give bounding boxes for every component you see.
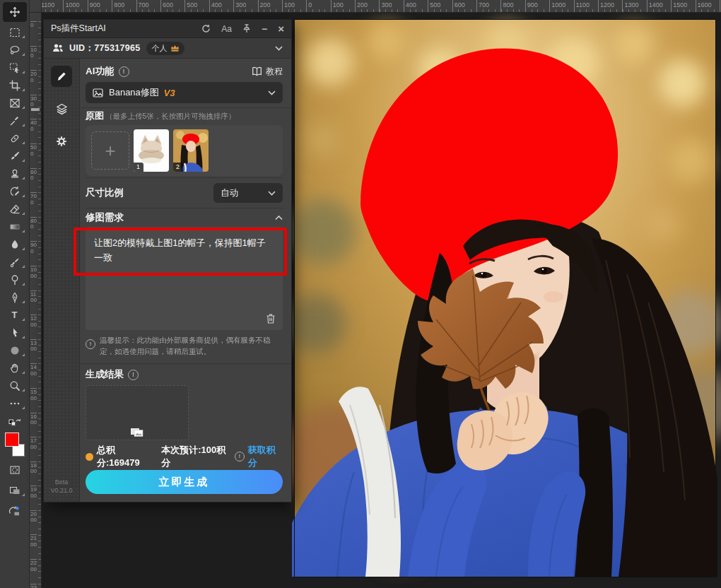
type-tool[interactable]: T xyxy=(0,306,30,324)
chevron-up-icon[interactable] xyxy=(275,216,283,220)
object-selection-tool[interactable] xyxy=(0,59,30,76)
ruler-label: 900 xyxy=(88,0,112,12)
ruler-label: 1600 xyxy=(30,413,37,437)
mixer-brush-tool[interactable] xyxy=(0,253,30,271)
font-size-icon[interactable]: Aa xyxy=(221,25,232,33)
move-tool[interactable] xyxy=(3,2,27,22)
ruler-label: 0 xyxy=(306,0,330,12)
foreground-color-swatch[interactable] xyxy=(5,433,19,447)
magnifier-icon xyxy=(9,380,20,392)
ruler-label: 1600 xyxy=(696,0,720,12)
nav-layers-tab[interactable] xyxy=(51,98,72,119)
get-points-link[interactable]: 获取积分 xyxy=(248,444,283,469)
pin-icon[interactable] xyxy=(242,24,251,33)
ruler-label: 600 xyxy=(452,0,476,12)
book-icon xyxy=(252,66,262,76)
uid-value: UID：775317965 xyxy=(69,42,141,54)
nav-settings-tab[interactable] xyxy=(51,131,72,152)
ruler-label: 300 xyxy=(233,0,257,12)
dodge-tool[interactable] xyxy=(0,271,30,288)
ruler-horizontal[interactable]: 1100100090080070060050040030020010001002… xyxy=(30,0,721,13)
spot-healing-tool[interactable] xyxy=(0,129,30,147)
ruler-label: 1400 xyxy=(30,363,37,388)
path-selection-tool[interactable] xyxy=(0,324,30,341)
ruler-label: 1400 xyxy=(647,0,671,12)
quick-mask-button[interactable] xyxy=(0,461,30,478)
nav-edit-tab[interactable] xyxy=(51,66,72,87)
screen-mode-button[interactable] xyxy=(0,481,30,499)
minimize-icon[interactable]: − xyxy=(262,24,267,34)
crown-icon xyxy=(170,45,179,52)
aspect-ratio-row: 尺寸比例 自动 xyxy=(86,177,283,208)
ruler-label: 500 xyxy=(30,143,37,168)
upload-area: + 1 xyxy=(86,125,283,176)
user-account-row[interactable]: UID：775317965 个人 xyxy=(44,38,291,59)
points-info-icon[interactable]: ! xyxy=(235,452,245,461)
more-tools-button[interactable] xyxy=(0,394,30,412)
refresh-icon[interactable] xyxy=(201,24,211,33)
result-info-icon[interactable]: ! xyxy=(128,370,139,380)
service-notice: ! 温馨提示：此功能由外部服务商提供，偶有服务不稳定，如遇使用问题，请稍后重试。 xyxy=(86,333,283,362)
ellipse-shape-tool[interactable] xyxy=(0,341,30,359)
plugin-title: Ps插件StartAI xyxy=(51,23,106,35)
ruler-label: 900 xyxy=(30,241,37,266)
foreground-background-swatches[interactable] xyxy=(4,433,25,457)
plugin-titlebar[interactable]: Ps插件StartAI Aa − × xyxy=(44,20,291,38)
ai-functions-title: AI功能 xyxy=(86,65,115,78)
chevron-down-icon[interactable] xyxy=(275,46,283,51)
swap-colors-control[interactable] xyxy=(0,412,30,430)
tutorial-button[interactable]: 教程 xyxy=(252,66,283,78)
add-image-button[interactable]: + xyxy=(91,131,129,170)
quick-mask-icon xyxy=(9,464,20,476)
zoom-tool[interactable] xyxy=(0,377,30,394)
ellipsis-icon xyxy=(9,398,20,409)
gradient-tool[interactable] xyxy=(0,218,30,235)
source-thumbnail-2[interactable]: 2 xyxy=(173,129,209,172)
close-icon[interactable]: × xyxy=(278,23,284,34)
pen-tool[interactable] xyxy=(0,288,30,306)
mixer-brush-icon xyxy=(9,257,20,268)
plugin-version: Beta V0.21.0 xyxy=(44,478,79,495)
eyedropper-tool[interactable] xyxy=(0,112,30,129)
blur-tool[interactable] xyxy=(0,235,30,253)
ruler-vertical[interactable]: 0100200300400500600700800900100011001200… xyxy=(30,12,42,588)
generate-button[interactable]: 立即生成 xyxy=(86,470,283,494)
hand-tool[interactable] xyxy=(0,359,30,377)
ruler-label: 700 xyxy=(136,0,160,12)
history-brush-tool[interactable] xyxy=(0,182,30,200)
ruler-label: 2000 xyxy=(30,510,37,535)
pen-nib-icon xyxy=(9,292,20,303)
bandage-icon xyxy=(9,133,20,144)
total-points: 总积分:169479 xyxy=(97,444,155,469)
canvas-area[interactable] xyxy=(295,20,715,577)
crop-tool[interactable] xyxy=(0,76,30,94)
ruler-label: 300 xyxy=(379,0,403,12)
trash-icon[interactable] xyxy=(266,313,276,324)
aspect-ratio-select[interactable]: 自动 xyxy=(213,183,283,203)
rectangular-marquee-tool[interactable] xyxy=(0,23,30,41)
source-thumbnail-1[interactable]: 1 xyxy=(134,129,169,172)
document-canvas[interactable] xyxy=(295,20,715,577)
eraser-tool[interactable] xyxy=(0,200,30,218)
ruler-label: 1900 xyxy=(30,486,37,510)
external-editor-button[interactable] xyxy=(0,502,30,519)
ruler-label: 900 xyxy=(525,0,549,12)
lasso-tool[interactable] xyxy=(0,41,30,59)
ruler-label: 1000 xyxy=(63,0,87,12)
history-brush-icon xyxy=(9,186,20,197)
prompt-textarea[interactable]: 让图2的模特戴上图1的帽子，保持图1帽子一致 xyxy=(86,227,283,330)
photos-placeholder-icon xyxy=(130,427,144,437)
plus-icon: + xyxy=(105,140,115,162)
thumbnail-index-badge: 1 xyxy=(134,163,143,172)
ruler-label: 1700 xyxy=(30,437,37,461)
ruler-label: 1300 xyxy=(622,0,646,12)
source-images-title: 原图 xyxy=(86,110,104,122)
ai-info-icon[interactable]: ! xyxy=(119,66,129,77)
frame-tool[interactable] xyxy=(0,94,30,112)
model-select-dropdown[interactable]: Banana修图 V3 xyxy=(86,82,283,103)
prompt-section-header[interactable]: 修图需求 xyxy=(86,208,283,227)
badge-label: 个人 xyxy=(152,43,168,54)
brush-tool[interactable] xyxy=(0,147,30,165)
clone-stamp-tool[interactable] xyxy=(0,165,30,182)
eyedropper-icon xyxy=(9,115,20,127)
